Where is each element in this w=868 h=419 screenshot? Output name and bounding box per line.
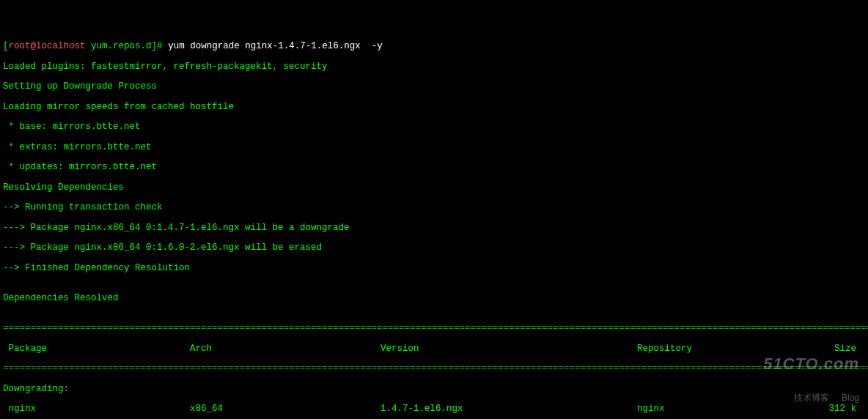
output-line: Setting up Downgrade Process — [3, 82, 865, 92]
output-line: Loading mirror speeds from cached hostfi… — [3, 103, 865, 113]
output-line: * base: mirrors.btte.net — [3, 122, 865, 133]
prompt-line[interactable]: [root@localhost yum.repos.d]# yum downgr… — [3, 42, 865, 52]
output-line: Resolving Dependencies — [3, 183, 865, 193]
output-line: * extras: mirrors.btte.net — [3, 143, 865, 153]
col-package: Package — [3, 344, 190, 355]
output-line: ---> Package nginx.x86_64 0:1.6.0-2.el6.… — [3, 243, 865, 253]
prompt-cwd: yum.repos.d — [91, 41, 152, 51]
section-downgrading: Downgrading: — [3, 385, 865, 395]
watermark-logo: 51CTO.com — [763, 355, 859, 373]
output-line: --> Finished Dependency Resolution — [3, 264, 865, 274]
output-line: Dependencies Resolved — [3, 294, 865, 304]
output-line: ---> Package nginx.x86_64 0:1.4.7-1.el6.… — [3, 223, 865, 234]
rule: ========================================… — [3, 364, 865, 374]
output-line: Loaded plugins: fastestmirror, refresh-p… — [3, 62, 865, 73]
watermark: 51CTO.com 技术博客 Blog — [763, 335, 859, 413]
output-line: * updates: mirrors.btte.net — [3, 163, 865, 173]
col-arch: Arch — [190, 344, 380, 355]
output-line: --> Running transaction check — [3, 203, 865, 213]
prompt-user: root — [9, 41, 31, 51]
watermark-sub: 技术博客 Blog — [763, 393, 859, 403]
prompt-host: localhost — [36, 41, 86, 51]
table-header: PackageArchVersionRepositorySize — [3, 344, 865, 355]
col-version: Version — [380, 344, 637, 355]
table-row: nginxx86_641.4.7-1.el6.ngxnginx312 k — [3, 404, 865, 415]
rule: ========================================… — [3, 324, 865, 334]
command-text: yum downgrade nginx-1.4.7-1.el6.ngx -y — [168, 41, 383, 51]
